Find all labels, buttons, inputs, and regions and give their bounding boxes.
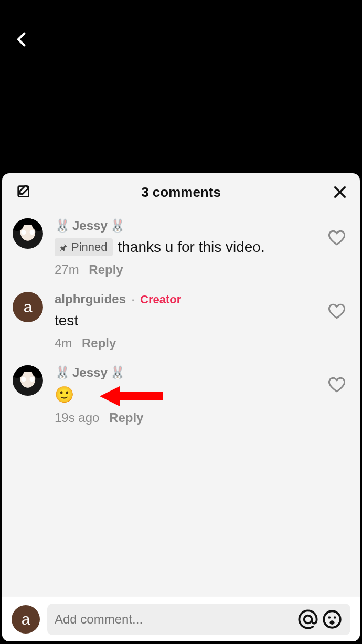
edit-icon[interactable] xyxy=(16,184,33,200)
sheet-title: 3 comments xyxy=(141,184,221,200)
comments-list: 🐰Jessy🐰 Pinned thanks u for this video. … xyxy=(2,211,360,596)
pinned-badge: Pinned xyxy=(55,238,113,256)
svg-point-4 xyxy=(304,615,312,623)
bunny-emoji: 🐰 xyxy=(110,218,125,233)
reply-button[interactable]: Reply xyxy=(109,410,143,425)
svg-point-6 xyxy=(328,616,331,619)
svg-point-5 xyxy=(324,611,340,628)
username[interactable]: alphrguides xyxy=(55,292,126,307)
avatar[interactable]: a xyxy=(13,292,43,322)
bunny-emoji: 🐰 xyxy=(55,218,70,233)
like-button[interactable] xyxy=(324,218,349,247)
like-button[interactable] xyxy=(324,365,349,394)
comment-row: a alphrguides · Creator test 4m Reply xyxy=(10,288,352,361)
heart-icon xyxy=(328,229,346,247)
reply-button[interactable]: Reply xyxy=(82,336,116,350)
avatar[interactable] xyxy=(13,218,43,249)
comment-text: test xyxy=(55,311,78,331)
avatar[interactable] xyxy=(13,365,43,396)
pin-icon xyxy=(59,242,68,252)
creator-badge: Creator xyxy=(140,293,181,306)
emoji-icon[interactable] xyxy=(321,608,343,630)
timestamp: 19s ago xyxy=(55,410,99,425)
timestamp: 4m xyxy=(55,336,72,350)
reply-button[interactable]: Reply xyxy=(89,262,123,277)
comment-text: 🙂 xyxy=(55,384,74,406)
comment-text: thanks u for this video. xyxy=(118,237,265,257)
svg-point-8 xyxy=(329,620,334,625)
username[interactable]: 🐰Jessy🐰 xyxy=(55,365,125,380)
svg-point-7 xyxy=(334,616,336,619)
username[interactable]: 🐰Jessy🐰 xyxy=(55,218,125,233)
like-button[interactable] xyxy=(324,292,349,320)
back-button[interactable] xyxy=(12,29,33,50)
bunny-emoji: 🐰 xyxy=(55,365,70,380)
timestamp: 27m xyxy=(55,262,79,277)
heart-icon xyxy=(328,302,346,320)
close-icon[interactable] xyxy=(332,184,348,200)
heart-icon xyxy=(328,376,346,394)
comment-input-field[interactable] xyxy=(55,612,297,627)
bunny-emoji: 🐰 xyxy=(110,365,125,380)
comments-sheet: 3 comments 🐰Jessy🐰 Pinned xyxy=(2,173,360,641)
my-avatar[interactable]: a xyxy=(12,605,40,634)
comment-row: 🐰Jessy🐰 Pinned thanks u for this video. … xyxy=(10,214,352,288)
comment-row: 🐰Jessy🐰 🙂 19s ago Reply xyxy=(10,361,352,436)
mention-icon[interactable] xyxy=(297,608,319,630)
comment-input[interactable] xyxy=(47,604,350,635)
sheet-header: 3 comments xyxy=(2,173,360,211)
comment-input-bar: a xyxy=(2,596,360,641)
